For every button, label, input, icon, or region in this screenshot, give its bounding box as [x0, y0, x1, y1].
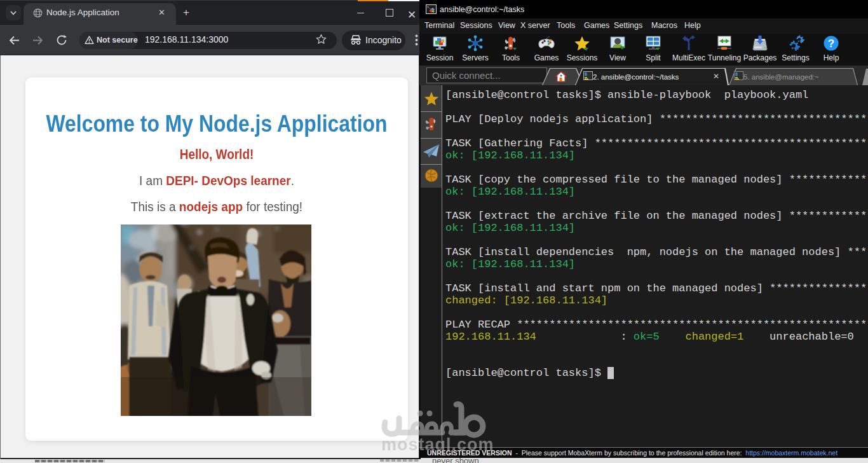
- svg-text:B: B: [735, 73, 738, 77]
- svg-text:?: ?: [828, 38, 834, 50]
- svg-text:>_: >_: [427, 6, 431, 10]
- svg-text:B: B: [585, 73, 587, 77]
